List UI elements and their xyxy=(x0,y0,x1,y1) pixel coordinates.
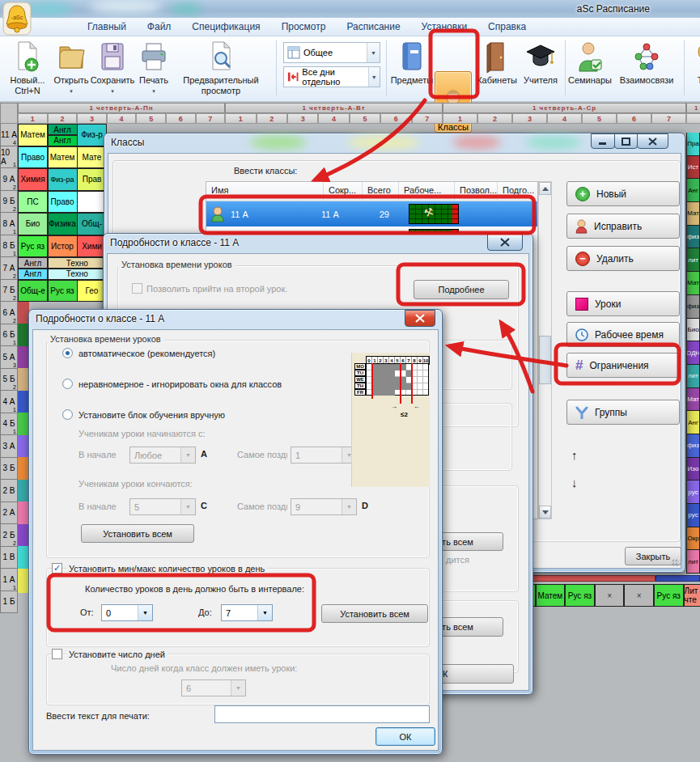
rooms-button[interactable]: Кабинеты xyxy=(473,40,520,86)
from-select[interactable]: 0▼ xyxy=(101,604,153,621)
col-header-short[interactable]: Сокр... xyxy=(324,182,363,201)
lesson-cell[interactable]: Био xyxy=(686,319,700,342)
lesson-cell[interactable]: лит xyxy=(686,550,700,574)
scrollbar-thumb[interactable] xyxy=(539,336,551,384)
lesson-cell[interactable]: физ xyxy=(686,295,700,319)
lesson-cell[interactable]: Рус яз xyxy=(654,584,684,607)
title-bar[interactable]: aSc Расписание xyxy=(0,0,700,18)
lesson-cell[interactable]: физ xyxy=(686,434,700,458)
class-row-label[interactable]: 9 А2 xyxy=(0,168,18,191)
lesson-cell[interactable]: ПС xyxy=(18,191,48,214)
close-button[interactable] xyxy=(405,310,435,327)
class-row-label[interactable]: 11 А4 xyxy=(0,124,18,146)
lesson-cell[interactable]: × xyxy=(595,584,625,607)
lesson-cell[interactable]: Анг xyxy=(686,179,700,202)
move-down-button[interactable]: ↓ xyxy=(571,476,578,489)
class-row-label[interactable]: 6 Б1 xyxy=(0,324,18,347)
class-row-label[interactable]: 7 Б2 xyxy=(0,280,18,303)
col-header-total[interactable]: Всего xyxy=(363,182,399,201)
resize-grip[interactable] xyxy=(671,558,679,566)
list-row-11a[interactable]: 11 А 11 А 29 ⚒ xyxy=(206,201,537,226)
lessons-button[interactable]: Уроки xyxy=(566,291,680,316)
col-header-name[interactable]: Имя xyxy=(206,182,324,201)
menu-tab[interactable]: Спецификация xyxy=(181,18,270,36)
lesson-cell[interactable]: Прав xyxy=(77,168,107,191)
print-button[interactable]: Печать ▾ xyxy=(134,40,173,96)
lesson-cell[interactable]: Право xyxy=(18,146,48,169)
days-count-select[interactable]: 6▼ xyxy=(181,679,246,696)
class-row-label[interactable]: 5 А3 xyxy=(0,346,18,369)
lesson-cell[interactable]: Изо xyxy=(686,458,700,481)
class-row-label[interactable]: 5 Б2 xyxy=(0,369,18,392)
lesson-cell[interactable]: × xyxy=(624,584,654,607)
class-row-label[interactable]: 1 В xyxy=(0,547,18,569)
scroll-up-icon[interactable] xyxy=(539,182,551,195)
col-header-worktime[interactable]: Рабоче... xyxy=(399,182,455,201)
lesson-cell[interactable]: Физика xyxy=(48,213,78,235)
class-row-label[interactable]: 10 А1 xyxy=(0,146,18,169)
days-checkbox[interactable] xyxy=(52,649,62,659)
lesson-cell[interactable]: ОДН xyxy=(686,341,700,365)
close-button[interactable] xyxy=(637,133,668,149)
col-header-allow[interactable]: Позвол... xyxy=(455,182,498,201)
class-row-label[interactable]: 2 А xyxy=(0,502,18,525)
seminars-button[interactable]: Семинары xyxy=(566,40,613,86)
lesson-cell[interactable]: рус xyxy=(686,504,700,527)
set-all-button[interactable]: Установить всем xyxy=(81,524,194,543)
lesson-cell[interactable]: Техно xyxy=(48,257,108,269)
lesson-cell[interactable]: Матем xyxy=(18,124,48,146)
lesson-cell[interactable] xyxy=(77,191,107,214)
lesson-cell[interactable]: Окр xyxy=(686,527,700,551)
lesson-cell[interactable]: Мат xyxy=(686,272,700,295)
worktime-button[interactable]: Рабочее время xyxy=(566,322,680,347)
print-preview-button[interactable]: Предварительный просмотр xyxy=(172,40,270,96)
class-row-label[interactable]: 9 Б2 xyxy=(0,191,18,214)
lesson-cell[interactable]: Анг xyxy=(686,411,700,434)
edit-class-button[interactable]: Исправить xyxy=(566,214,680,239)
lesson-cell[interactable]: Пра xyxy=(686,133,700,156)
menu-tab[interactable]: Справка xyxy=(477,18,537,36)
lesson-cell[interactable]: Матем xyxy=(48,146,78,169)
class-row-label[interactable]: 2 В xyxy=(0,480,18,502)
earliest-end-select[interactable]: 5▼ xyxy=(129,498,196,515)
relations-button[interactable]: Взаимосвязи xyxy=(615,40,678,86)
lesson-cell[interactable]: Англ xyxy=(18,257,48,269)
menu-tab[interactable]: Расписание xyxy=(336,18,410,36)
lesson-cell[interactable]: Лит чте xyxy=(684,584,700,607)
set-all-button-2[interactable]: Установить всем xyxy=(321,604,428,623)
lesson-cell[interactable]: лит xyxy=(686,365,700,388)
class-row-label[interactable]: 4 Б1 xyxy=(0,413,18,436)
lesson-cell[interactable]: Мате xyxy=(77,146,107,169)
lesson-cell[interactable]: Физ-ра xyxy=(48,168,78,191)
minimize-button[interactable] xyxy=(591,133,615,149)
print-text-input[interactable] xyxy=(214,705,430,723)
list-header-row[interactable]: Имя Сокр... Всего Рабоче... Позвол... По… xyxy=(206,182,537,201)
teachers-button[interactable]: Учителя xyxy=(518,40,563,86)
scroll-down-icon[interactable] xyxy=(539,506,551,519)
partial-toolbar-button[interactable]: Т xyxy=(688,40,700,86)
app-logo-bell-icon[interactable]: -aSc xyxy=(2,2,32,36)
lesson-cell[interactable]: Матем xyxy=(536,584,566,607)
menu-tab[interactable]: Главный xyxy=(77,18,137,36)
lesson-cell[interactable]: Общ-е xyxy=(18,280,48,303)
class-row-label[interactable]: 2 Б2 xyxy=(0,524,18,547)
radio-manual[interactable] xyxy=(62,409,73,420)
earliest-start-select[interactable]: Любое▼ xyxy=(129,447,196,464)
lesson-cell[interactable]: Химия xyxy=(18,168,48,191)
view-mode-select[interactable]: Общее ▼ xyxy=(283,42,380,63)
latest-end-select[interactable]: 9▼ xyxy=(291,498,357,515)
to-select[interactable]: 7▼ xyxy=(221,604,273,621)
days-mode-select[interactable]: Все дни отдельно ▼ xyxy=(283,66,380,87)
lesson-cell[interactable]: Рус яз xyxy=(565,584,595,607)
lesson-cell[interactable]: Рус яз xyxy=(48,280,78,303)
lesson-cell[interactable]: лит xyxy=(686,248,700,272)
lesson-cell[interactable]: Англ xyxy=(18,269,48,280)
lesson-cell[interactable]: Право xyxy=(48,191,78,214)
menu-tab[interactable]: Просмотр xyxy=(271,18,337,36)
lesson-cell[interactable]: Мат xyxy=(686,388,700,412)
class-row-label[interactable]: 1 Б xyxy=(0,591,18,614)
lesson-cell[interactable]: Англ xyxy=(48,135,78,146)
class-row-label[interactable]: 1 А1 xyxy=(0,569,18,591)
lesson-cell[interactable]: Ист xyxy=(686,156,700,180)
save-button[interactable]: Сохранить ▾ xyxy=(87,40,138,96)
